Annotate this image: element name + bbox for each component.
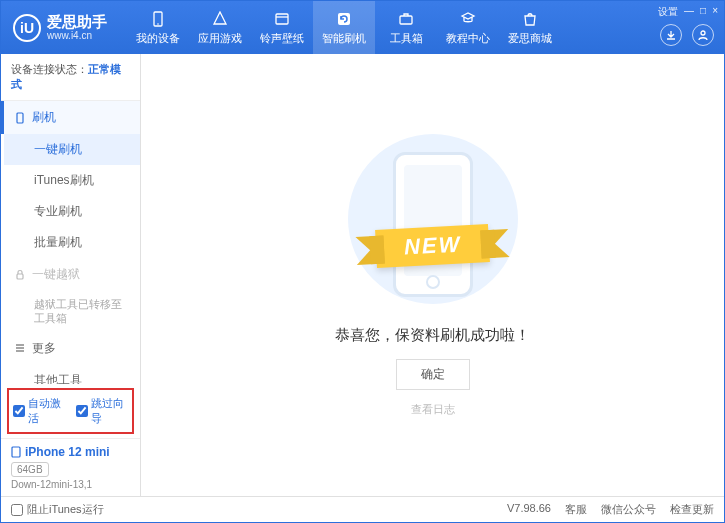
section-label: 刷机	[32, 109, 56, 126]
option-checks: 自动激活 跳过向导	[7, 388, 134, 434]
svg-point-1	[157, 23, 159, 25]
section-flash-title[interactable]: 刷机	[1, 101, 140, 134]
body: 设备连接状态：正常模式 刷机 一键刷机 iTunes刷机 专业刷机 批量刷机	[1, 54, 724, 496]
settings-button[interactable]: 设置	[658, 5, 678, 19]
nav-ringtone[interactable]: 铃声壁纸	[251, 1, 313, 54]
section-more: 更多 其他工具 下载固件 高级功能	[1, 332, 140, 384]
phone-small-icon	[11, 446, 21, 458]
version-text: V7.98.66	[507, 502, 551, 517]
brand-name: 爱思助手	[47, 14, 107, 31]
footer: 阻止iTunes运行 V7.98.66 客服 微信公众号 检查更新	[1, 496, 724, 522]
user-button[interactable]	[692, 24, 714, 46]
section-label: 一键越狱	[32, 266, 80, 283]
titlebar: iU 爱思助手 www.i4.cn 我的设备 应用游戏 铃声壁纸 智能刷机	[1, 1, 724, 54]
block-itunes-check[interactable]: 阻止iTunes运行	[11, 502, 104, 517]
section-jailbreak-title[interactable]: 一键越狱	[4, 258, 140, 291]
ok-button[interactable]: 确定	[396, 359, 470, 390]
auto-activate-checkbox[interactable]	[13, 405, 25, 417]
storage-badge: 64GB	[11, 462, 49, 477]
nav-apps[interactable]: 应用游戏	[189, 1, 251, 54]
view-log-link[interactable]: 查看日志	[411, 402, 455, 417]
svg-rect-2	[276, 14, 288, 24]
sidebar-item-batch[interactable]: 批量刷机	[4, 227, 140, 258]
auto-activate-check[interactable]: 自动激活	[13, 396, 66, 426]
logo-icon: iU	[13, 14, 41, 42]
wechat-link[interactable]: 微信公众号	[601, 502, 656, 517]
nav-label: 工具箱	[390, 31, 423, 46]
connection-status: 设备连接状态：正常模式	[1, 54, 140, 101]
menu-icon	[14, 342, 26, 354]
nav-label: 智能刷机	[322, 31, 366, 46]
section-label: 更多	[32, 340, 56, 357]
sidebar: 设备连接状态：正常模式 刷机 一键刷机 iTunes刷机 专业刷机 批量刷机	[1, 54, 141, 496]
section-flash: 刷机 一键刷机 iTunes刷机 专业刷机 批量刷机	[1, 101, 140, 258]
top-nav: 我的设备 应用游戏 铃声壁纸 智能刷机 工具箱 教程中心	[127, 1, 561, 54]
nav-store[interactable]: 爱思商城	[499, 1, 561, 54]
skip-guide-label: 跳过向导	[91, 396, 129, 426]
toolbox-icon	[397, 10, 415, 28]
brand-url: www.i4.cn	[47, 30, 107, 41]
nav-label: 爱思商城	[508, 31, 552, 46]
section-jailbreak: 一键越狱 越狱工具已转移至 工具箱	[1, 258, 140, 332]
nav-tutorial[interactable]: 教程中心	[437, 1, 499, 54]
download-button[interactable]	[660, 24, 682, 46]
apps-icon	[211, 10, 229, 28]
nav-label: 铃声壁纸	[260, 31, 304, 46]
skip-guide-checkbox[interactable]	[76, 405, 88, 417]
lock-icon	[14, 269, 26, 281]
tutorial-icon	[459, 10, 477, 28]
device-name: iPhone 12 mini	[11, 445, 130, 459]
device-icon	[149, 10, 167, 28]
svg-rect-6	[17, 113, 23, 123]
device-name-text: iPhone 12 mini	[25, 445, 110, 459]
block-itunes-checkbox[interactable]	[11, 504, 23, 516]
success-message: 恭喜您，保资料刷机成功啦！	[335, 326, 530, 345]
conn-label: 设备连接状态：	[11, 63, 88, 75]
section-more-title[interactable]: 更多	[4, 332, 140, 365]
window-controls: 设置 — □ ×	[658, 5, 718, 19]
maximize-button[interactable]: □	[700, 5, 706, 19]
app-window: iU 爱思助手 www.i4.cn 我的设备 应用游戏 铃声壁纸 智能刷机	[0, 0, 725, 523]
device-sub: Down-12mini-13,1	[11, 479, 130, 490]
close-button[interactable]: ×	[712, 5, 718, 19]
store-icon	[521, 10, 539, 28]
footer-right: V7.98.66 客服 微信公众号 检查更新	[507, 502, 714, 517]
ribbon-text: NEW	[375, 224, 490, 268]
sidebar-item-itunes[interactable]: iTunes刷机	[4, 165, 140, 196]
sidebar-item-pro[interactable]: 专业刷机	[4, 196, 140, 227]
nav-label: 应用游戏	[198, 31, 242, 46]
nav-label: 我的设备	[136, 31, 180, 46]
minimize-button[interactable]: —	[684, 5, 694, 19]
sidebar-scroll: 刷机 一键刷机 iTunes刷机 专业刷机 批量刷机 一键越狱 越狱工具已转移至…	[1, 101, 140, 384]
success-illustration: NEW	[333, 134, 533, 304]
update-link[interactable]: 检查更新	[670, 502, 714, 517]
main-content: NEW 恭喜您，保资料刷机成功啦！ 确定 查看日志	[141, 54, 724, 496]
brand: 爱思助手 www.i4.cn	[47, 14, 107, 42]
nav-toolbox[interactable]: 工具箱	[375, 1, 437, 54]
flash-icon	[335, 10, 353, 28]
nav-flash[interactable]: 智能刷机	[313, 1, 375, 54]
device-info[interactable]: iPhone 12 mini 64GB Down-12mini-13,1	[1, 438, 140, 496]
svg-point-5	[701, 31, 705, 35]
nav-label: 教程中心	[446, 31, 490, 46]
svg-rect-8	[12, 447, 20, 457]
service-link[interactable]: 客服	[565, 502, 587, 517]
auto-activate-label: 自动激活	[28, 396, 66, 426]
nav-my-device[interactable]: 我的设备	[127, 1, 189, 54]
sidebar-item-oneclick[interactable]: 一键刷机	[4, 134, 140, 165]
block-itunes-label: 阻止iTunes运行	[27, 502, 104, 517]
title-right-buttons	[660, 24, 714, 46]
sidebar-item-other[interactable]: 其他工具	[4, 365, 140, 384]
svg-rect-7	[17, 274, 23, 279]
svg-rect-4	[400, 16, 412, 24]
jailbreak-note: 越狱工具已转移至 工具箱	[4, 291, 140, 332]
phone-icon	[14, 112, 26, 124]
ringtone-icon	[273, 10, 291, 28]
new-ribbon: NEW	[328, 224, 538, 268]
skip-guide-check[interactable]: 跳过向导	[76, 396, 129, 426]
